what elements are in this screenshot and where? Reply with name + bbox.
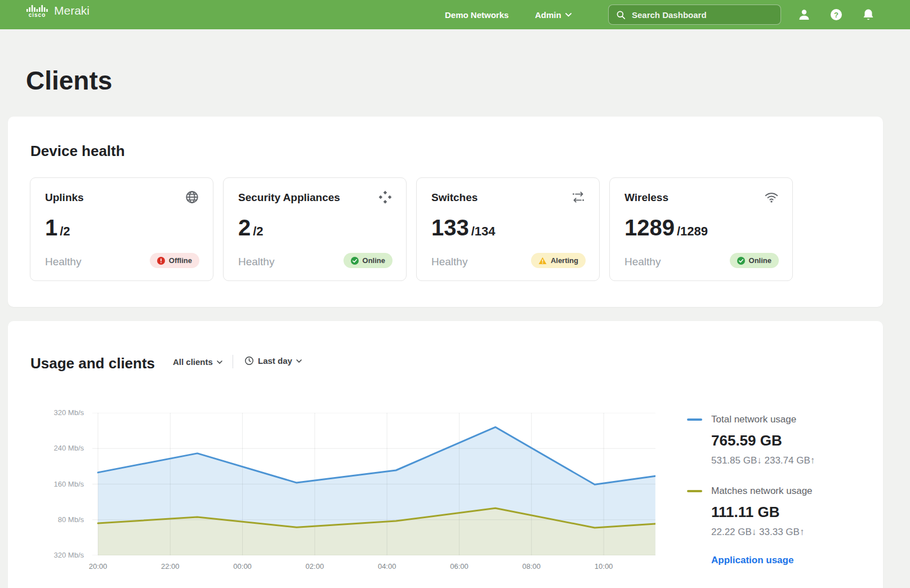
healthy-label: Healthy <box>431 256 467 268</box>
online-check-icon <box>737 257 745 265</box>
network-selector-label: Demo Networks <box>445 10 508 20</box>
notifications-bell-icon[interactable] <box>862 8 875 21</box>
legend-label: Total network usage <box>711 414 796 425</box>
cisco-bars-icon <box>26 5 48 12</box>
x-axis-tick: 08:00 <box>523 562 541 571</box>
status-badge-alerting: Alerting <box>531 253 586 268</box>
usage-and-clients-card: Usage and clients All clients Last day 3… <box>8 321 883 588</box>
offline-error-icon <box>157 257 165 265</box>
wifi-icon <box>764 190 779 204</box>
dashboard-search[interactable] <box>608 5 781 25</box>
uplinks-count: 1/2 <box>45 215 70 240</box>
healthy-label: Healthy <box>238 256 274 268</box>
client-filter-dropdown[interactable]: All clients <box>173 357 222 367</box>
x-axis-tick: 02:00 <box>306 562 324 571</box>
wireless-card[interactable]: Wireless 1289/1289 Healthy <box>609 177 793 281</box>
y-axis-tick: 320 Mb/s <box>25 408 84 417</box>
chevron-down-icon <box>565 13 572 17</box>
chevron-down-icon <box>217 360 222 364</box>
online-check-icon <box>351 257 359 265</box>
healthy-label: Healthy <box>45 256 81 268</box>
x-axis-tick: 04:00 <box>378 562 396 571</box>
legend-matches-network-usage: Matches network usage 111.11 GB 22.22 GB… <box>687 485 867 538</box>
legend-total-network-usage: Total network usage 765.59 GB 531.85 GB↓… <box>687 414 867 466</box>
wireless-title: Wireless <box>624 191 668 204</box>
total-usage-value: 765.59 GB <box>711 432 867 449</box>
time-filter-label: Last day <box>258 356 292 366</box>
page-title: Clients <box>26 65 112 96</box>
x-axis-tick: 10:00 <box>595 562 613 571</box>
cisco-logo: cisco <box>26 5 48 18</box>
y-axis-tick: 240 Mb/s <box>25 444 84 452</box>
client-filter-label: All clients <box>173 357 213 367</box>
matches-usage-down-up: 22.22 GB↓ 33.33 GB↑ <box>711 527 867 538</box>
status-badge-online: Online <box>344 253 392 268</box>
security-appliances-title: Security Appliances <box>238 191 340 204</box>
admin-menu-label: Admin <box>535 10 561 20</box>
total-usage-down-up: 531.85 GB↓ 233.74 GB↑ <box>711 455 867 466</box>
meraki-wordmark: Meraki <box>54 4 90 18</box>
chart-legend: Total network usage 765.59 GB 531.85 GB↓… <box>687 414 867 566</box>
time-filter-dropdown[interactable]: Last day <box>244 356 302 366</box>
cisco-meraki-logo[interactable]: cisco Meraki <box>26 4 90 18</box>
total-usage-dash-icon <box>687 418 702 421</box>
switches-count: 133/134 <box>431 215 496 240</box>
admin-menu[interactable]: Admin <box>535 0 572 29</box>
usage-area-chart[interactable] <box>92 413 655 555</box>
usage-chart-plot[interactable] <box>92 413 655 555</box>
security-appliances-card[interactable]: Security Appliances 2/2 Healthy <box>223 177 407 281</box>
status-badge-online: Online <box>730 253 779 268</box>
search-input[interactable] <box>632 10 774 20</box>
healthy-label: Healthy <box>624 256 661 268</box>
device-health-title: Device health <box>30 142 125 160</box>
x-axis-tick: 06:00 <box>450 562 469 571</box>
switches-card[interactable]: Switches 133/134 Healthy <box>416 177 600 281</box>
chevron-down-icon <box>296 359 302 363</box>
y-axis-tick: 160 Mb/s <box>25 480 84 488</box>
security-appliance-icon <box>378 190 392 204</box>
matches-usage-dash-icon <box>687 490 702 492</box>
legend-label: Matches network usage <box>711 485 813 497</box>
wireless-count: 1289/1289 <box>624 215 708 240</box>
network-selector[interactable]: Demo Networks <box>445 0 508 29</box>
security-appliances-count: 2/2 <box>238 215 264 240</box>
usage-title: Usage and clients <box>30 355 155 372</box>
cisco-wordmark: cisco <box>29 12 46 18</box>
switch-icon <box>571 190 586 204</box>
help-icon[interactable]: ? <box>829 8 843 21</box>
account-icon[interactable] <box>797 8 811 21</box>
uplinks-title: Uplinks <box>45 191 84 204</box>
switches-title: Switches <box>431 191 478 204</box>
uplinks-card[interactable]: Uplinks 1/2 Healthy <box>30 177 213 281</box>
filter-divider <box>233 355 233 368</box>
search-icon <box>615 10 626 20</box>
application-usage-link[interactable]: Application usage <box>711 555 867 566</box>
svg-text:?: ? <box>834 11 838 19</box>
globe-icon <box>185 190 199 204</box>
x-axis-tick: 20:00 <box>89 562 108 571</box>
meraki-dashboard: cisco Meraki Demo Networks Admin <box>0 0 910 588</box>
y-axis-tick: 80 Mb/s <box>25 515 84 524</box>
y-axis-tick: 320 Mb/s <box>25 551 84 559</box>
device-health-card: Device health Uplinks 1/2 Healthy <box>8 117 883 307</box>
alerting-warning-icon <box>538 257 547 265</box>
status-badge-offline: Offline <box>150 253 199 268</box>
x-axis-tick: 00:00 <box>233 562 252 571</box>
top-navbar: cisco Meraki Demo Networks Admin <box>0 0 910 29</box>
device-health-row: Uplinks 1/2 Healthy <box>30 177 793 281</box>
matches-usage-value: 111.11 GB <box>711 504 867 521</box>
x-axis-tick: 22:00 <box>161 562 180 571</box>
clock-icon <box>244 356 254 366</box>
